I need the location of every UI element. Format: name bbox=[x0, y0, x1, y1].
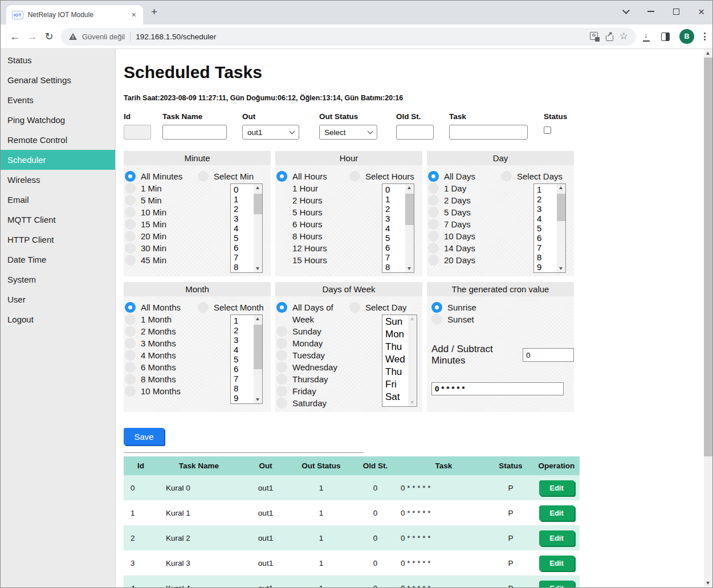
listbox-option[interactable]: Fri bbox=[385, 378, 408, 391]
all-months-radio[interactable]: All Months bbox=[125, 301, 198, 313]
radio-option[interactable]: 2 Days bbox=[428, 194, 501, 206]
out-select[interactable]: out1 bbox=[242, 125, 299, 140]
listbox-option[interactable]: 3 bbox=[234, 214, 253, 223]
radio-option[interactable]: 20 Days bbox=[428, 254, 501, 266]
sidebar-item-system[interactable]: System bbox=[1, 270, 115, 289]
address-bar[interactable]: Güvenli değil 192.168.1.50/scheduler ☆ bbox=[61, 28, 636, 46]
select-month-radio[interactable]: Select Month bbox=[198, 301, 271, 313]
listbox-option[interactable]: 3 bbox=[537, 204, 556, 214]
radio-option[interactable]: 14 Days bbox=[428, 242, 501, 254]
listbox-option[interactable]: 7 bbox=[234, 374, 253, 383]
radio-option[interactable]: Sunday bbox=[276, 325, 349, 337]
radio-option[interactable]: 10 Months bbox=[125, 385, 198, 397]
minute-listbox[interactable]: 0123456789 bbox=[230, 183, 263, 273]
select-min-radio[interactable]: Select Min bbox=[198, 170, 271, 182]
select-hours-radio[interactable]: Select Hours bbox=[349, 170, 422, 182]
radio-option[interactable]: Friday bbox=[276, 385, 349, 397]
add-subtract-minutes-field[interactable] bbox=[523, 348, 574, 362]
scroll-down-icon[interactable] bbox=[254, 264, 262, 272]
listbox-option[interactable]: 8 bbox=[234, 383, 253, 393]
scroll-up-icon[interactable] bbox=[254, 184, 262, 192]
cron-value-field[interactable] bbox=[431, 382, 564, 395]
new-tab-button[interactable]: + bbox=[151, 6, 157, 18]
scroll-up-icon[interactable] bbox=[408, 315, 417, 323]
reload-icon[interactable]: ↻ bbox=[40, 30, 58, 43]
listbox-option[interactable]: 5 bbox=[537, 223, 556, 233]
radio-option[interactable]: 2 Hours bbox=[276, 194, 349, 206]
sidebar-item-http-client[interactable]: HTTP Client bbox=[1, 230, 115, 250]
scroll-up-icon[interactable] bbox=[405, 184, 414, 192]
listbox-option[interactable]: 7 bbox=[537, 243, 556, 252]
radio-option[interactable]: 12 Hours bbox=[276, 242, 349, 254]
radio-option[interactable]: 15 Hours bbox=[276, 254, 349, 266]
listbox-option[interactable]: Sun bbox=[385, 316, 408, 328]
days-of-week-listbox[interactable]: SunMonThuWedThuFriSat bbox=[382, 315, 417, 407]
listbox-option[interactable]: 8 bbox=[234, 262, 253, 272]
listbox-option[interactable]: 0 bbox=[234, 185, 253, 194]
radio-option[interactable]: 3 Months bbox=[125, 337, 198, 349]
radio-option[interactable]: 20 Min bbox=[125, 230, 198, 242]
sidebar-item-remote-control[interactable]: Remote Control bbox=[1, 130, 115, 150]
all-minutes-radio[interactable]: All Minutes bbox=[125, 170, 198, 182]
month-listbox[interactable]: 12345678910 bbox=[230, 315, 263, 404]
listbox-option[interactable]: 6 bbox=[537, 233, 556, 243]
sidebar-item-logout[interactable]: Logout bbox=[1, 309, 115, 329]
task-field[interactable] bbox=[449, 125, 528, 140]
listbox-option[interactable]: 8 bbox=[385, 262, 405, 272]
radio-option[interactable]: 6 Hours bbox=[276, 218, 349, 230]
sidebar-item-user[interactable]: User bbox=[1, 289, 115, 309]
listbox-option[interactable]: 5 bbox=[234, 354, 253, 364]
out-status-select[interactable]: Select bbox=[319, 125, 377, 140]
radio-option[interactable]: Monday bbox=[276, 337, 349, 349]
radio-option[interactable]: 6 Months bbox=[125, 361, 198, 373]
scroll-down-icon[interactable] bbox=[408, 398, 417, 406]
listbox-option[interactable]: 8 bbox=[537, 252, 556, 262]
radio-option[interactable]: 5 Days bbox=[428, 206, 501, 218]
scroll-thumb[interactable] bbox=[405, 194, 414, 225]
sidebar-item-date-time[interactable]: Date Time bbox=[1, 250, 115, 270]
sidebar-item-status[interactable]: Status bbox=[1, 50, 115, 70]
listbox-option[interactable]: 2 bbox=[234, 325, 253, 335]
listbox-option[interactable]: 3 bbox=[234, 335, 253, 345]
close-window-icon[interactable]: × bbox=[698, 6, 704, 17]
scroll-thumb[interactable] bbox=[254, 194, 262, 214]
hour-listbox[interactable]: 0123456789 bbox=[382, 183, 414, 273]
all-days-radio[interactable]: All Days bbox=[428, 170, 501, 182]
bookmark-star-icon[interactable]: ☆ bbox=[620, 32, 628, 41]
listbox-scrollbar[interactable] bbox=[408, 315, 417, 406]
tab-close-icon[interactable]: × bbox=[131, 10, 137, 19]
listbox-option[interactable]: 4 bbox=[385, 223, 405, 233]
scroll-down-icon[interactable] bbox=[557, 264, 565, 272]
select-day-radio[interactable]: Select Day bbox=[349, 301, 422, 313]
listbox-option[interactable]: 1 bbox=[537, 185, 556, 194]
maximize-icon[interactable] bbox=[673, 9, 679, 15]
radio-option[interactable]: Tuesday bbox=[276, 349, 349, 361]
radio-option[interactable]: 15 Min bbox=[125, 218, 198, 230]
listbox-option[interactable]: 1 bbox=[385, 194, 405, 204]
sunrise-radio[interactable]: Sunrise bbox=[431, 301, 574, 313]
minimize-icon[interactable] bbox=[647, 11, 654, 12]
day-listbox[interactable]: 12345678910 bbox=[533, 183, 566, 273]
radio-option[interactable]: 8 Hours bbox=[276, 230, 349, 242]
listbox-option[interactable]: 6 bbox=[385, 243, 405, 252]
radio-option[interactable]: 45 Min bbox=[125, 254, 198, 266]
listbox-option[interactable]: 4 bbox=[537, 214, 556, 223]
window-menu-chevron-icon[interactable] bbox=[622, 7, 630, 14]
radio-option[interactable]: 2 Months bbox=[125, 325, 198, 337]
listbox-option[interactable]: 7 bbox=[234, 252, 253, 262]
scroll-down-icon[interactable] bbox=[405, 264, 414, 272]
back-icon[interactable]: ← bbox=[6, 31, 23, 43]
scroll-thumb[interactable] bbox=[704, 58, 712, 456]
sidebar-item-events[interactable]: Events bbox=[1, 90, 115, 110]
side-panel-icon[interactable] bbox=[661, 32, 670, 41]
radio-option[interactable]: 4 Months bbox=[125, 349, 198, 361]
edit-button[interactable]: Edit bbox=[539, 556, 575, 571]
listbox-option[interactable]: Thu bbox=[385, 366, 408, 378]
listbox-option[interactable]: Thu bbox=[385, 341, 408, 353]
listbox-option[interactable]: 4 bbox=[234, 223, 253, 233]
select-days-radio[interactable]: Select Days bbox=[501, 170, 574, 182]
listbox-option[interactable]: Sat bbox=[385, 391, 408, 403]
radio-option[interactable]: 5 Min bbox=[125, 194, 198, 206]
forward-icon[interactable]: → bbox=[23, 31, 40, 43]
sidebar-item-ping-watchdog[interactable]: Ping Watchdog bbox=[1, 110, 115, 130]
